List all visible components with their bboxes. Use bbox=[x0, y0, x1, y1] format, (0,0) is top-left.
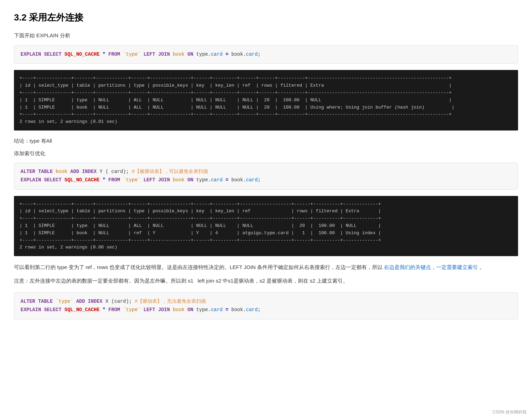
add-index-title: 添加索引优化 bbox=[14, 149, 518, 158]
intro-text: 下面开始 EXPLAIN 分析 bbox=[14, 31, 518, 40]
code-block-1: EXPLAIN SELECT SQL_NO_CACHE * FROM `type… bbox=[14, 45, 518, 64]
terminal-block-1: +----+-------------+-------+------------… bbox=[14, 70, 518, 131]
conclusion-text: 结论：type 有All bbox=[14, 137, 518, 145]
terminal-block-2: +----+-------------+-------+------------… bbox=[14, 196, 518, 256]
page-title: 3.2 采用左外连接 bbox=[14, 10, 518, 25]
analysis-paragraph: 可以看到第二行的 type 变为了 ref，rows 也变成了优化比较明显。这是… bbox=[14, 262, 518, 272]
code-block-2: ALTER TABLE book ADD INDEX Y ( card); #【… bbox=[14, 163, 518, 190]
code-block-3: ALTER TABLE `type` ADD INDEX X (card); #… bbox=[14, 292, 518, 319]
analysis-link: 右边是我们的关键点，一定需要建立索引 bbox=[384, 264, 478, 270]
note-paragraph: 注意：左外连接中左边的表的数据一定要全部都有。因为是左外嘛。所以则 s1 lef… bbox=[14, 276, 518, 285]
